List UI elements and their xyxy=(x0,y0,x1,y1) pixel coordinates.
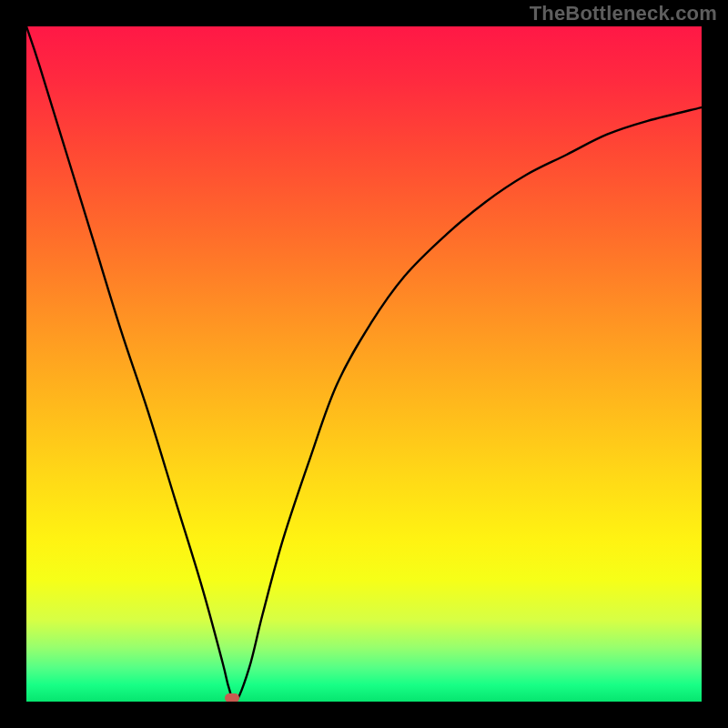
minimum-marker xyxy=(225,693,239,702)
plot-area xyxy=(26,26,702,702)
curve-svg xyxy=(26,26,702,702)
bottleneck-curve-path xyxy=(26,26,702,702)
watermark-text: TheBottleneck.com xyxy=(530,2,717,25)
chart-frame: TheBottleneck.com xyxy=(0,0,728,728)
